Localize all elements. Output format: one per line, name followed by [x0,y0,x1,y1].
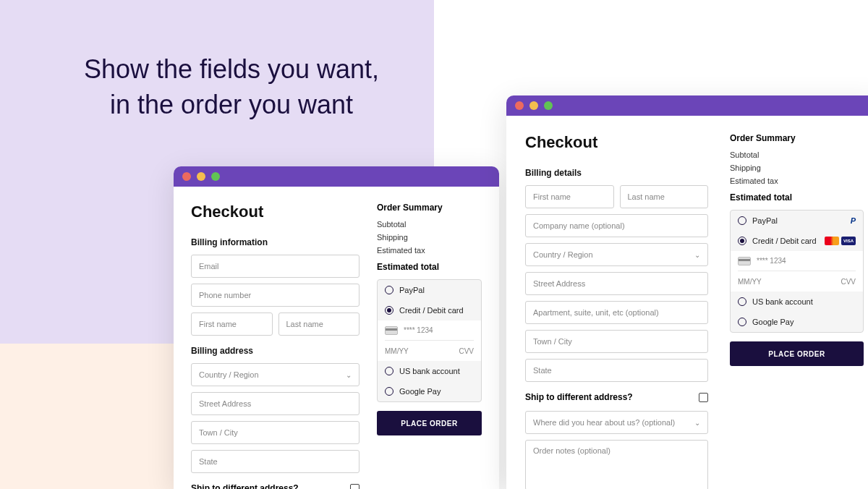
place-order-button[interactable]: PLACE ORDER [377,411,482,435]
card-label: Credit / Debit card [752,237,817,245]
expiry-label: MM/YY [738,278,762,286]
checkout-window-2: Checkout Billing details First name Last… [506,95,868,489]
radio-icon [385,367,393,375]
titlebar [174,166,499,187]
mastercard-icon [825,237,839,245]
close-icon[interactable] [182,172,191,181]
order-summary-heading: Order Summary [730,133,864,143]
maximize-icon[interactable] [211,172,220,181]
town-field[interactable]: Town / City [525,330,708,353]
card-number: **** 1234 [757,257,786,265]
bank-label: US bank account [399,367,460,375]
card-option[interactable]: Credit / Debit card [378,300,481,320]
cvv-label: CVV [459,347,474,355]
chevron-down-icon: ⌄ [694,419,700,427]
radio-icon [738,318,746,326]
ship-label: Ship to different address? [191,483,299,489]
subtotal-label: Subtotal [730,150,864,159]
hear-label: Where did you hear about us? (optional) [533,418,675,427]
company-field[interactable]: Company name (optional) [525,214,708,237]
gpay-label: Google Pay [399,387,441,396]
order-summary-heading: Order Summary [377,203,482,213]
radio-icon [385,286,393,294]
section-billing-info: Billing information [191,237,359,247]
paypal-logo-icon: P [851,216,856,225]
card-icon [385,326,398,335]
section-billing-details: Billing details [525,168,708,178]
checkout-window-1: Checkout Billing information Email Phone… [174,166,499,489]
country-label: Country / Region [199,370,259,379]
country-select[interactable]: Country / Region ⌄ [191,363,359,386]
town-field[interactable]: Town / City [191,421,359,444]
estimated-total-label: Estimated total [730,192,864,203]
card-number-field[interactable]: **** 1234 [385,320,474,341]
order-notes-field[interactable]: Order notes (optional) [525,440,708,489]
ship-checkbox[interactable] [699,393,708,402]
expiry-label: MM/YY [385,347,409,355]
expiry-cvv-field[interactable]: MM/YY CVV [738,271,856,292]
radio-icon [738,297,746,306]
radio-checked-icon [385,306,393,315]
card-icon [738,257,751,265]
visa-icon: VISA [841,237,856,245]
bank-label: US bank account [752,297,813,306]
paypal-label: PayPal [752,216,778,225]
ship-label: Ship to different address? [525,392,633,402]
apartment-field[interactable]: Apartment, suite, unit, etc (optional) [525,301,708,324]
page-title: Checkout [525,133,708,152]
phone-field[interactable]: Phone number [191,284,359,307]
shipping-label: Shipping [730,163,864,172]
gpay-option[interactable]: Google Pay [731,312,863,332]
cvv-label: CVV [841,278,856,286]
gpay-option[interactable]: Google Pay [378,381,481,401]
payment-box: PayPal Credit / Debit card **** 1234 [377,279,482,402]
estimated-total-label: Estimated total [377,262,482,272]
payment-box: PayPal P Credit / Debit card VISA [730,210,864,333]
paypal-option[interactable]: PayPal [378,280,481,300]
section-billing-address: Billing address [191,346,359,356]
street-field[interactable]: Street Address [525,272,708,295]
shipping-label: Shipping [377,233,482,242]
state-field[interactable]: State [191,450,359,473]
card-label: Credit / Debit card [399,306,464,315]
chevron-down-icon: ⌄ [346,371,352,379]
country-select[interactable]: Country / Region ⌄ [525,243,708,266]
minimize-icon[interactable] [529,101,538,110]
headline: Show the fields you want, in the order y… [43,52,420,122]
page-title: Checkout [191,203,359,221]
minimize-icon[interactable] [197,172,205,181]
ship-checkbox[interactable] [350,484,359,490]
last-name-field[interactable]: Last name [278,312,360,336]
maximize-icon[interactable] [544,101,553,110]
first-name-field[interactable]: First name [525,185,614,208]
card-brand-icons: VISA [825,237,856,245]
first-name-field[interactable]: First name [191,312,273,336]
expiry-cvv-field[interactable]: MM/YY CVV [385,341,474,361]
radio-checked-icon [738,237,746,245]
bank-option[interactable]: US bank account [731,292,863,312]
close-icon[interactable] [515,101,524,110]
bank-option[interactable]: US bank account [378,361,481,381]
tax-label: Estimated tax [730,177,864,185]
chevron-down-icon: ⌄ [694,251,700,259]
last-name-field[interactable]: Last name [620,185,709,208]
paypal-option[interactable]: PayPal P [731,211,863,231]
gpay-label: Google Pay [752,318,793,326]
radio-icon [738,216,746,225]
card-option[interactable]: Credit / Debit card VISA [731,231,863,251]
subtotal-label: Subtotal [377,220,482,229]
card-number-field[interactable]: **** 1234 [738,251,856,271]
paypal-label: PayPal [399,286,425,294]
place-order-button[interactable]: PLACE ORDER [730,341,864,366]
titlebar [506,95,868,116]
street-field[interactable]: Street Address [191,392,359,415]
radio-icon [385,387,393,396]
hear-about-select[interactable]: Where did you hear about us? (optional) … [525,411,708,434]
tax-label: Estimated tax [377,246,482,255]
email-field[interactable]: Email [191,255,359,278]
state-field[interactable]: State [525,359,708,382]
card-number: **** 1234 [404,326,433,334]
country-label: Country / Region [533,250,593,259]
